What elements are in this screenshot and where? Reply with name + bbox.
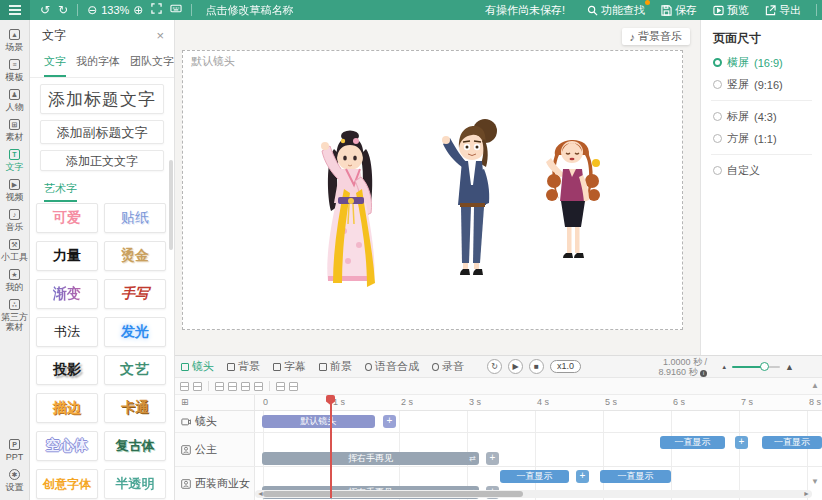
add-subtitle-text-button[interactable]: 添加副标题文字 [40,120,164,144]
add-title-text-button[interactable]: 添加标题文字 [40,84,164,114]
tool-align-center-icon[interactable] [228,382,237,391]
sidebar-item-third-party[interactable]: ∴第三方素材 [0,296,30,336]
tool-copy-icon[interactable] [193,382,202,391]
save-button[interactable]: 保存 [661,3,697,18]
character-princess[interactable] [304,127,396,295]
art-style-card[interactable]: 半透明 [104,469,166,499]
undo-icon[interactable]: ↺ [40,0,50,20]
export-button[interactable]: 导出 [765,3,801,18]
clip-wave-goodbye[interactable]: 挥右手再见⇄ [262,452,479,465]
sidebar-item-music[interactable]: ♪音乐 [0,206,30,236]
sidebar-item-tools[interactable]: ⚒小工具 [0,236,30,266]
character-woman-magenta[interactable] [539,125,607,271]
add-camera-clip-button[interactable]: + [383,415,396,428]
art-style-card[interactable]: 手写 [104,279,166,309]
tool-distribute-icon[interactable] [254,382,263,391]
timeline-ruler[interactable]: ⊞ 0 1 s 2 s 3 s 4 s 5 s 6 s 7 s 8 s [175,395,822,411]
sidebar-item-asset[interactable]: ⊞素材 [0,116,30,146]
art-style-card[interactable]: 力量 [36,241,98,271]
tool-align-right-icon[interactable] [241,382,250,391]
background-music-button[interactable]: ♪ 背景音乐 [622,28,691,45]
draft-title[interactable]: 点击修改草稿名称 [205,3,293,18]
art-style-card[interactable]: 发光 [104,317,166,347]
zoom-slider-track[interactable] [732,366,780,368]
tab-background[interactable]: 背景 [227,359,260,374]
tab-camera[interactable]: 镜头 [181,359,214,374]
tool-shift-left-icon[interactable] [276,382,285,391]
tracks-scroll-down-arrow[interactable]: ▼ [811,477,819,486]
tab-my-fonts[interactable]: 我的字体 [76,54,120,77]
character-business-woman[interactable] [434,117,512,289]
add-action-clip-button[interactable]: + [486,452,499,465]
zoom-out-small-icon[interactable]: ▲ [721,364,727,370]
stop-button[interactable]: ■ [529,359,544,374]
clip-default-camera[interactable]: 默认镜头 [262,415,375,428]
sidebar-item-ppt[interactable]: PPPT [0,436,30,466]
tool-align-left-icon[interactable] [215,382,224,391]
tracks-scroll-up-arrow[interactable]: ▲ [811,381,819,390]
tab-team-fonts[interactable]: 团队文字 [130,54,174,77]
tab-subtitle[interactable]: 字幕 [273,359,306,374]
size-option-standard[interactable]: 标屏(4:3) [713,109,822,124]
redo-icon[interactable]: ↻ [58,0,68,20]
art-style-card[interactable]: 空心体 [36,431,98,461]
art-style-card[interactable]: 贴纸 [104,203,166,233]
speed-button[interactable]: x1.0 [550,360,581,373]
art-style-card[interactable]: 投影 [36,355,98,385]
play-button[interactable]: ▶ [508,359,523,374]
close-icon[interactable]: × [156,28,164,43]
preview-button[interactable]: 预览 [713,3,749,18]
zoom-in-icon[interactable]: ⊕ [133,0,143,20]
scene-canvas[interactable]: 默认镜头 [182,50,683,330]
art-style-card[interactable]: 可爱 [36,203,98,233]
sidebar-item-template[interactable]: ≡模板 [0,56,30,86]
art-style-card[interactable]: 复古体 [104,431,166,461]
zoom-slider-handle[interactable] [760,362,769,371]
size-option-custom[interactable]: 自定义 [713,163,822,178]
art-style-card[interactable]: 描边 [36,393,98,423]
clip-always-show[interactable]: 一直显示 [660,436,725,449]
zoom-out-icon[interactable]: ⊖ [87,0,97,20]
size-option-landscape[interactable]: 横屏(16:9) [713,55,822,70]
tab-text[interactable]: 文字 [44,54,66,77]
size-option-portrait[interactable]: 竖屏(9:16) [713,77,822,92]
tool-delete-icon[interactable] [180,382,189,391]
tool-shift-right-icon[interactable] [289,382,298,391]
clip-always-show[interactable]: 一直显示 [762,436,822,449]
timeline-horizontal-scrollbar[interactable]: ◄ ► [255,490,812,498]
shortcut-keyboard-icon[interactable] [170,0,182,20]
art-style-card[interactable]: 文艺 [104,355,166,385]
add-body-text-button[interactable]: 添加正文文字 [40,150,164,171]
fullscreen-icon[interactable] [151,0,162,20]
tab-foreground[interactable]: 前景 [319,359,352,374]
add-display-clip-button[interactable]: + [576,470,589,483]
sidebar-item-character[interactable]: ♟人物 [0,86,30,116]
sidebar-item-scene[interactable]: ▲场景 [0,26,30,56]
sidebar-item-video[interactable]: ▶视频 [0,176,30,206]
clip-always-show[interactable]: 一直显示 [600,470,671,483]
tab-record[interactable]: 录音 [432,359,464,374]
size-option-square[interactable]: 方屏(1:1) [713,131,822,146]
scroll-right-arrow[interactable]: ► [803,490,810,498]
replay-button[interactable]: ↻ [487,359,502,374]
feature-search-button[interactable]: 功能查找 [587,3,645,18]
track-camera-label[interactable]: 镜头 [175,411,255,432]
art-style-card[interactable]: 烫金 [104,241,166,271]
tab-tts[interactable]: 语音合成 [365,359,419,374]
art-style-card[interactable]: 创意字体 [36,469,98,499]
track-business-woman-label[interactable]: 西装商业女 [175,467,255,500]
track-princess-label[interactable]: 公主 [175,433,255,466]
zoom-in-large-icon[interactable]: ▲ [785,362,794,372]
clip-always-show[interactable]: 一直显示 [500,470,569,483]
panel-scrollbar[interactable] [169,160,173,250]
art-style-card[interactable]: 书法 [36,317,98,347]
add-display-clip-button[interactable]: + [735,436,748,449]
sidebar-item-text[interactable]: T文字 [0,146,30,176]
playhead[interactable] [330,395,332,498]
sidebar-item-settings[interactable]: ✱设置 [0,466,30,500]
art-style-card[interactable]: 渐变 [36,279,98,309]
info-icon[interactable]: i [700,370,707,377]
main-menu-button[interactable] [0,0,30,20]
sidebar-item-mine[interactable]: ★我的 [0,266,30,296]
art-style-card[interactable]: 卡通 [104,393,166,423]
